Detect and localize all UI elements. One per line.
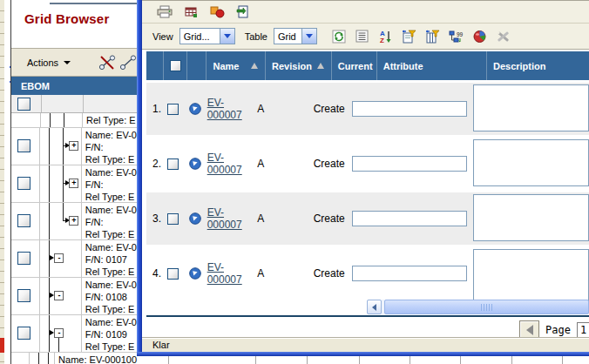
header-revision[interactable]: Revision: [266, 51, 332, 80]
tree-row-checkbox[interactable]: [17, 139, 30, 152]
tree-row-label: Rel Type: E: [86, 114, 137, 126]
select-all-checkbox[interactable]: [170, 60, 181, 71]
actions-menu-button[interactable]: Actions: [20, 55, 78, 71]
expand-icon[interactable]: +: [69, 216, 78, 226]
part-object-icon[interactable]: [189, 103, 201, 115]
view-label: View: [152, 31, 173, 42]
part-object-icon[interactable]: [189, 158, 201, 170]
grid-table-header: Name Revision Current Attribute Descri: [146, 51, 589, 80]
table-row: 4. EV-000007 A Create: [146, 247, 589, 300]
tree-row-checkbox[interactable]: [17, 177, 30, 190]
collapse-icon[interactable]: -: [54, 328, 64, 338]
ebom-panel-header: EBOM: [11, 77, 137, 95]
tree-row-checkbox[interactable]: [17, 327, 30, 340]
tree-row-label: F/N:: [85, 216, 137, 228]
view-select[interactable]: Grid...: [179, 28, 235, 44]
tree-row-label: Name: EV-0: [85, 316, 137, 328]
tree-row-label: Rel Type: E: [85, 228, 137, 240]
tree-row-label: Rel Type: E: [85, 303, 137, 315]
header-attribute[interactable]: Attribute: [377, 51, 487, 80]
tree-row-label: Rel Type: E: [85, 153, 137, 165]
window-border: [137, 352, 589, 356]
scrollbar-grip: [481, 304, 492, 311]
description-textarea[interactable]: [473, 139, 589, 186]
grid-browser-content: View Grid... Table Grid: [142, 0, 589, 352]
tree-row-checkbox[interactable]: [17, 214, 30, 227]
header-description[interactable]: Description: [487, 51, 589, 80]
page-number-input[interactable]: [577, 322, 589, 339]
collapse-icon[interactable]: -: [54, 291, 64, 300]
row-checkbox[interactable]: [167, 158, 179, 170]
description-textarea[interactable]: [473, 84, 589, 131]
header-current[interactable]: Current: [332, 51, 377, 80]
printer-icon[interactable]: [156, 3, 173, 20]
collapse-icon[interactable]: -: [54, 253, 64, 263]
export-table-icon[interactable]: [182, 3, 200, 20]
page-title: Grid Browser: [24, 11, 109, 26]
table-row: 2. EV-000007 A Create: [146, 138, 589, 190]
shapes-icon[interactable]: [208, 3, 226, 20]
levels-icon[interactable]: 99: [448, 28, 465, 44]
row-checkbox[interactable]: [167, 268, 179, 280]
part-object-icon[interactable]: [189, 267, 201, 280]
chart-sphere-icon[interactable]: [471, 28, 489, 44]
row-checkbox[interactable]: [167, 104, 179, 115]
filter-row-icon[interactable]: [401, 28, 418, 44]
row-number: 4.: [146, 247, 161, 300]
tools-icon[interactable]: [495, 28, 512, 44]
object-link[interactable]: EV-000007: [207, 261, 252, 286]
import-export-icon[interactable]: [234, 3, 252, 20]
expand-icon[interactable]: +: [69, 141, 78, 151]
scroll-left-button[interactable]: [367, 300, 382, 314]
disconnect-icon[interactable]: [98, 54, 116, 71]
grid-table: Name Revision Current Attribute Descri: [142, 50, 589, 343]
main-toolbar: [142, 0, 589, 24]
tree-row-checkbox[interactable]: [17, 289, 30, 302]
description-textarea[interactable]: [473, 194, 589, 241]
row-checkbox[interactable]: [167, 213, 179, 225]
panel-top-border: [50, 3, 137, 4]
description-textarea[interactable]: [473, 249, 589, 307]
tree-row: Name: EV-000100: [11, 353, 137, 364]
header-select: [164, 51, 188, 80]
attribute-input[interactable]: [352, 156, 467, 172]
tree-row-label: F/N: 0109: [85, 328, 137, 340]
revision-cell: A: [251, 192, 307, 245]
horizontal-scrollbar: [367, 300, 589, 314]
row-number: 2.: [146, 138, 161, 190]
scrollbar-track[interactable]: [382, 300, 589, 314]
header-name[interactable]: Name: [206, 51, 266, 80]
table-select-value: Grid: [274, 31, 300, 42]
select-all-checkbox[interactable]: [17, 98, 30, 111]
scrollbar-thumb[interactable]: [384, 300, 589, 314]
sort-az-icon[interactable]: A Z: [377, 28, 395, 44]
tree-row-label: Name: EV-0: [85, 129, 137, 141]
svg-text:Z: Z: [380, 37, 384, 44]
refresh-icon[interactable]: [330, 28, 348, 44]
part-object-icon[interactable]: [189, 212, 201, 225]
table-select[interactable]: Grid: [274, 28, 317, 44]
filter-column-icon[interactable]: [424, 28, 442, 44]
tree-row-label: Rel Type: E: [85, 191, 137, 203]
svg-text:99: 99: [457, 31, 464, 37]
expand-icon[interactable]: +: [69, 179, 78, 188]
tree-row: Rel Type: E: [11, 113, 137, 128]
table-row: 3. EV-000007 A Create: [146, 192, 589, 245]
connect-icon[interactable]: [119, 54, 137, 71]
tree-row: + Name: EV-0 F/N: Rel Type: E: [11, 128, 137, 165]
attribute-input[interactable]: [352, 266, 467, 281]
attribute-input[interactable]: [352, 211, 467, 226]
grid-browser-left-panel: Grid Browser Actions: [11, 0, 137, 364]
object-link[interactable]: EV-000007: [207, 97, 252, 121]
attribute-input[interactable]: [352, 101, 467, 117]
grid-browser-window: View Grid... Table Grid: [137, 0, 589, 356]
list-icon[interactable]: [354, 28, 371, 44]
view-toolbar: View Grid... Table Grid: [142, 24, 589, 50]
tree-row-checkbox[interactable]: [17, 252, 30, 265]
object-link[interactable]: EV-000007: [207, 152, 252, 176]
page-label: Page: [545, 324, 571, 336]
header-type-icon: [187, 51, 206, 80]
object-link[interactable]: EV-000007: [207, 206, 252, 231]
chevron-down-icon: [301, 29, 316, 44]
current-cell: Create: [308, 192, 346, 245]
